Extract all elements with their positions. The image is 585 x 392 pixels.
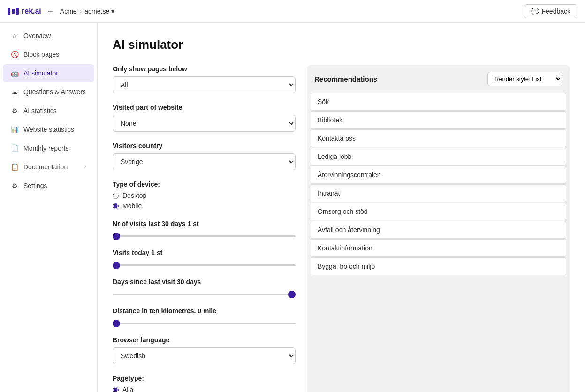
radio-desktop-label: Desktop [122,192,146,199]
page-title: AI simulator [113,38,570,52]
render-style-select[interactable]: Render style: List Render style: Grid [487,72,562,86]
sidebar-label-website-statistics: Website statistics [23,126,74,133]
sidebar-label-ai-statistics: AI statistics [23,107,57,114]
distance-slider-container [113,318,296,326]
sidebar-label-ai-simulator: AI simulator [23,69,58,77]
breadcrumb-parent: Acme [60,8,77,15]
sidebar-item-questions-answers[interactable]: ☁ Questions & Answers [3,83,94,101]
type-of-device-label: Type of device: [113,181,296,188]
sidebar-item-ai-statistics[interactable]: ⚙ AI statistics [3,102,94,120]
rec-item-8: Kontaktinformation [311,239,566,257]
main-layout: ⌂ Overview 🚫 Block pages 🤖 AI simulator … [0,23,585,392]
rec-item-1: Bibliotek [311,111,566,129]
days-since-field: Days since last visit 30 days [113,278,296,297]
rec-item-3: Lediga jobb [311,148,566,166]
visited-part-label: Visited part of website [113,104,296,111]
sidebar-item-documentation[interactable]: 📋 Documentation ↗ [3,158,94,176]
chevron-down-icon: ▾ [111,8,114,15]
breadcrumb-separator: › [80,8,82,15]
breadcrumb: Acme › acme.se ▾ [60,8,114,15]
sidebar-label-questions-answers: Questions & Answers [23,88,86,96]
visitors-country-field: Visitors country Sverige Norway [113,142,296,170]
content-row: Only show pages below All None Visited p… [113,65,570,392]
visits-today-slider-container [113,260,296,268]
sidebar-item-monthly-reports[interactable]: 📄 Monthly reports [3,139,94,157]
breadcrumb-child-dropdown[interactable]: acme.se ▾ [84,8,114,15]
breadcrumb-child: acme.se [84,8,109,15]
sidebar-item-ai-simulator[interactable]: 🤖 AI simulator [3,64,94,82]
nr-visits-slider[interactable] [113,235,296,237]
home-icon: ⌂ [10,31,19,40]
rec-item-5: Intranät [311,184,566,202]
topbar: rek.ai ← Acme › acme.se ▾ 💬 Feedback [0,0,585,23]
nr-visits-label: Nr of visits last 30 days 1 st [113,220,296,227]
days-since-label: Days since last visit 30 days [113,278,296,286]
sidebar-item-website-statistics[interactable]: 📊 Website statistics [3,121,94,138]
rec-header: Recommendations Render style: List Rende… [307,65,570,93]
pagetype-label: Pagetype: [113,375,296,382]
feedback-label: Feedback [542,8,570,15]
pagetype-field: Pagetype: Alla [113,375,296,392]
sidebar-label-monthly-reports: Monthly reports [23,144,68,152]
rec-item-6: Omsorg och stöd [311,203,566,220]
radio-alla[interactable]: Alla [113,386,296,392]
external-link-icon: ↗ [83,164,87,170]
sidebar-item-overview[interactable]: ⌂ Overview [3,27,94,45]
sidebar-label-block-pages: Block pages [23,51,59,58]
visitors-country-label: Visitors country [113,142,296,150]
sidebar-label-overview: Overview [23,32,51,39]
only-show-pages-field: Only show pages below All None [113,65,296,93]
feedback-button[interactable]: 💬 Feedback [524,4,577,18]
radio-desktop-input[interactable] [113,193,119,199]
type-of-device-field: Type of device: Desktop Mobile [113,181,296,210]
rec-item-7: Avfall och återvinning [311,221,566,239]
chart-icon: 📊 [10,125,19,134]
cloud-icon: ☁ [10,88,19,96]
radio-mobile-input[interactable] [113,203,119,209]
visits-today-field: Visits today 1 st [113,249,296,268]
distance-slider[interactable] [113,323,296,324]
browser-lang-select[interactable]: Swedish English [113,347,296,364]
nr-visits-slider-container [113,231,296,239]
radio-mobile-label: Mobile [122,202,142,210]
gear-stats-icon: ⚙ [10,106,19,115]
only-show-pages-select[interactable]: All None [113,76,296,93]
sidebar-label-settings: Settings [23,182,47,189]
radio-alla-label: Alla [122,386,133,392]
rec-item-4: Återvinningscentralen [311,166,566,184]
settings-icon: ⚙ [10,181,19,190]
collapse-button[interactable]: ← [45,5,56,17]
rec-title: Recommendations [314,75,377,83]
nr-visits-field: Nr of visits last 30 days 1 st [113,220,296,239]
robot-icon: 🤖 [10,69,19,77]
visited-part-select[interactable]: None Start [113,115,296,132]
rec-list: Sök Bibliotek Kontakta oss Lediga jobb Å… [307,93,570,279]
logo-text: rek.ai [22,7,41,15]
sidebar-item-settings[interactable]: ⚙ Settings [3,177,94,195]
form-panel: Only show pages below All None Visited p… [113,65,296,392]
logo: rek.ai [8,7,41,15]
rec-item-9: Bygga, bo och miljö [311,257,566,275]
doc-icon: 📋 [10,163,19,171]
browser-lang-field: Browser language Swedish English [113,336,296,364]
logo-icon [8,8,19,15]
radio-desktop[interactable]: Desktop [113,192,296,199]
file-icon: 📄 [10,144,19,152]
recommendations-panel: Recommendations Render style: List Rende… [307,65,570,392]
days-since-slider[interactable] [113,294,296,295]
sidebar-item-block-pages[interactable]: 🚫 Block pages [3,45,94,63]
device-radio-group: Desktop Mobile [113,192,296,210]
content-area: AI simulator Only show pages below All N… [98,23,585,392]
only-show-pages-label: Only show pages below [113,65,296,73]
rec-item-0: Sök [311,93,566,111]
radio-mobile[interactable]: Mobile [113,202,296,210]
visits-today-slider[interactable] [113,264,296,266]
feedback-icon: 💬 [531,8,539,15]
distance-label: Distance in ten kilometres. 0 mile [113,307,296,315]
block-icon: 🚫 [10,50,19,59]
radio-alla-input[interactable] [113,387,119,392]
distance-field: Distance in ten kilometres. 0 mile [113,307,296,326]
visits-today-label: Visits today 1 st [113,249,296,256]
sidebar-label-documentation: Documentation [23,163,68,171]
visitors-country-select[interactable]: Sverige Norway [113,153,296,170]
